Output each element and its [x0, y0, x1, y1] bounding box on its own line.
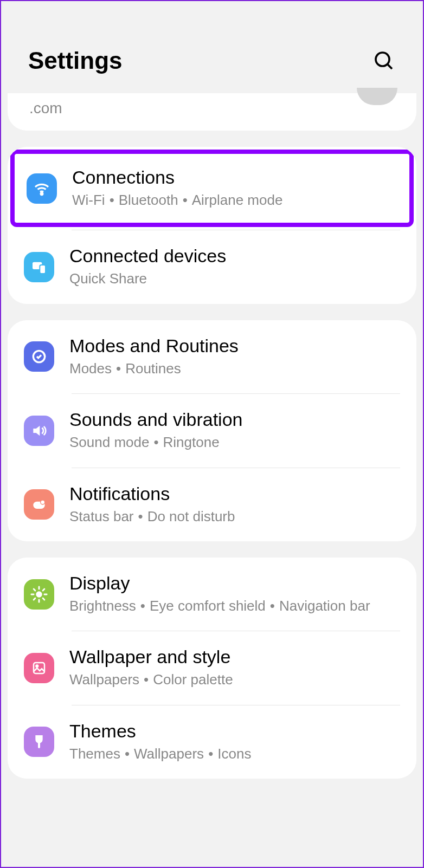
svg-point-7: [41, 500, 45, 504]
svg-line-14: [43, 598, 44, 600]
separator-dot: •: [139, 671, 153, 688]
devices-icon: [24, 252, 54, 282]
setting-subtitle: Brightness•Eye comfort shield•Navigation…: [69, 596, 400, 616]
subtitle-part: Bluetooth: [119, 192, 178, 208]
setting-text: NotificationsStatus bar•Do not disturb: [69, 483, 400, 526]
separator-dot: •: [105, 192, 119, 208]
svg-rect-19: [38, 742, 40, 748]
svg-rect-17: [34, 663, 44, 673]
svg-line-1: [388, 64, 392, 69]
setting-row-notifications[interactable]: NotificationsStatus bar•Do not disturb: [8, 468, 416, 541]
setting-title: Wallpaper and style: [69, 646, 400, 668]
setting-subtitle: Wallpapers•Color palette: [69, 670, 400, 689]
setting-title: Display: [69, 573, 400, 594]
svg-point-8: [36, 591, 42, 597]
search-icon: [373, 50, 395, 72]
notifications-icon: [24, 489, 54, 520]
svg-point-18: [36, 665, 38, 667]
svg-line-16: [43, 589, 44, 591]
setting-row-connections[interactable]: ConnectionsWi-Fi•Bluetooth•Airplane mode: [10, 150, 414, 227]
setting-subtitle: Sound mode•Ringtone: [69, 432, 400, 452]
setting-row-sounds-and-vibration[interactable]: Sounds and vibrationSound mode•Ringtone: [8, 394, 416, 467]
subtitle-part: Wi-Fi: [72, 192, 105, 208]
setting-text: Modes and RoutinesModes•Routines: [69, 335, 400, 378]
separator-dot: •: [204, 746, 217, 762]
page-title: Settings: [28, 47, 123, 74]
setting-subtitle: Quick Share: [69, 269, 400, 288]
setting-subtitle: Status bar•Do not disturb: [69, 507, 400, 526]
settings-group: Modes and RoutinesModes•RoutinesSounds a…: [8, 320, 416, 541]
setting-text: Wallpaper and styleWallpapers•Color pale…: [69, 646, 400, 689]
subtitle-part: Status bar: [69, 508, 134, 524]
setting-title: Connected devices: [69, 245, 400, 267]
wallpaper-icon: [24, 653, 54, 683]
search-button[interactable]: [372, 49, 396, 73]
separator-dot: •: [149, 434, 163, 450]
setting-row-themes[interactable]: ThemesThemes•Wallpapers•Icons: [8, 705, 416, 779]
svg-point-0: [376, 53, 389, 66]
setting-text: Connected devicesQuick Share: [69, 245, 400, 288]
account-text-fragment: .com: [29, 100, 62, 117]
separator-dot: •: [112, 360, 125, 377]
subtitle-part: Do not disturb: [147, 508, 235, 524]
settings-group: ConnectionsWi-Fi•Bluetooth•Airplane mode…: [8, 147, 416, 304]
setting-title: Themes: [69, 721, 400, 742]
setting-text: DisplayBrightness•Eye comfort shield•Nav…: [69, 573, 400, 616]
settings-group: DisplayBrightness•Eye comfort shield•Nav…: [8, 558, 416, 779]
separator-dot: •: [120, 746, 134, 762]
setting-row-display[interactable]: DisplayBrightness•Eye comfort shield•Nav…: [8, 558, 416, 631]
separator-dot: •: [266, 598, 279, 614]
setting-title: Notifications: [69, 483, 400, 504]
themes-icon: [24, 727, 54, 757]
avatar: [357, 88, 397, 105]
separator-dot: •: [134, 508, 147, 524]
setting-title: Sounds and vibration: [69, 409, 400, 430]
subtitle-part: Themes: [69, 746, 120, 762]
setting-subtitle: Modes•Routines: [69, 359, 400, 378]
subtitle-part: Wallpapers: [69, 671, 139, 688]
setting-row-connected-devices[interactable]: Connected devicesQuick Share: [8, 230, 416, 303]
separator-dot: •: [136, 598, 150, 614]
sound-icon: [24, 416, 54, 446]
setting-row-modes-and-routines[interactable]: Modes and RoutinesModes•Routines: [8, 320, 416, 393]
setting-title: Connections: [72, 167, 397, 188]
wifi-icon: [27, 173, 57, 204]
svg-line-13: [34, 589, 35, 591]
header: Settings: [1, 1, 423, 93]
subtitle-part: Brightness: [69, 598, 136, 614]
setting-subtitle: Wi-Fi•Bluetooth•Airplane mode: [72, 190, 397, 210]
setting-text: Sounds and vibrationSound mode•Ringtone: [69, 409, 400, 452]
svg-rect-4: [40, 265, 46, 274]
subtitle-part: Routines: [125, 360, 181, 377]
setting-text: ConnectionsWi-Fi•Bluetooth•Airplane mode: [72, 167, 397, 210]
subtitle-part: Icons: [217, 746, 251, 762]
setting-row-wallpaper-and-style[interactable]: Wallpaper and styleWallpapers•Color pale…: [8, 631, 416, 704]
subtitle-part: Modes: [69, 360, 112, 377]
display-icon: [24, 579, 54, 610]
subtitle-part: Wallpapers: [134, 746, 204, 762]
account-card-partial[interactable]: .com: [8, 93, 416, 131]
subtitle-part: Ringtone: [163, 434, 220, 450]
svg-line-15: [34, 598, 35, 600]
subtitle-part: Eye comfort shield: [150, 598, 266, 614]
svg-point-2: [41, 193, 43, 195]
separator-dot: •: [178, 192, 192, 208]
subtitle-part: Quick Share: [69, 270, 147, 287]
subtitle-part: Sound mode: [69, 434, 149, 450]
setting-subtitle: Themes•Wallpapers•Icons: [69, 744, 400, 763]
setting-title: Modes and Routines: [69, 335, 400, 357]
setting-text: ThemesThemes•Wallpapers•Icons: [69, 721, 400, 763]
subtitle-part: Navigation bar: [279, 598, 370, 614]
routine-icon: [24, 341, 54, 372]
subtitle-part: Airplane mode: [192, 192, 283, 208]
subtitle-part: Color palette: [153, 671, 233, 688]
